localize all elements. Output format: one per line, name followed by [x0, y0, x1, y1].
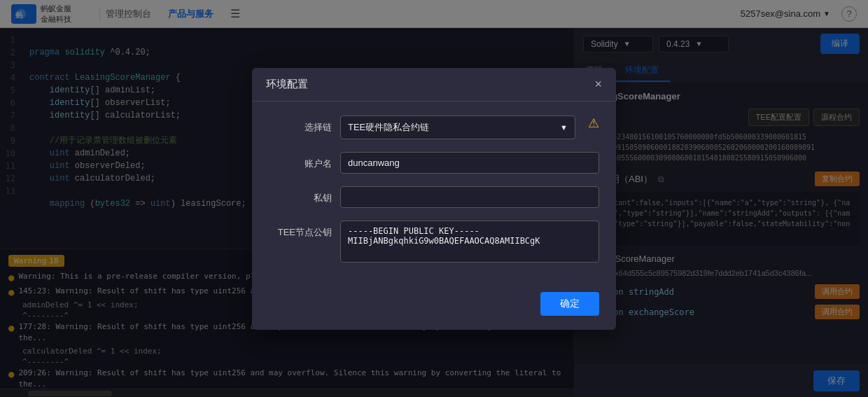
form-row-chain: 选择链 TEE硬件隐私合约链 ▼ ⚠ [269, 116, 599, 139]
form-control-account [340, 152, 599, 174]
modal-header: 环境配置 × [252, 68, 616, 102]
form-row-privkey: 私钥 [269, 186, 599, 208]
chain-select-value: TEE硬件隐私合约链 [348, 121, 429, 134]
form-row-tee: TEE节点公钥 -----BEGIN PUBLIC KEY----- MIIBj… [269, 221, 599, 265]
form-control-tee: -----BEGIN PUBLIC KEY----- MIIBjANBgkqhk… [340, 221, 599, 265]
modal-footer: 确定 [252, 292, 616, 330]
form-label-chain: 选择链 [269, 116, 332, 134]
form-control-privkey [340, 186, 599, 208]
modal-close-button[interactable]: × [594, 78, 602, 90]
modal-title: 环境配置 [266, 78, 308, 91]
chain-select-arrow: ▼ [560, 123, 568, 132]
env-config-modal: 环境配置 × 选择链 TEE硬件隐私合约链 ▼ ⚠ 账户名 [252, 68, 616, 330]
form-label-privkey: 私钥 [269, 186, 332, 204]
form-label-tee: TEE节点公钥 [269, 221, 332, 239]
privkey-input[interactable] [340, 186, 599, 208]
confirm-button[interactable]: 确定 [540, 292, 599, 316]
form-row-account: 账户名 [269, 152, 599, 174]
modal-overlay: 环境配置 × 选择链 TEE硬件隐私合约链 ▼ ⚠ 账户名 [0, 0, 868, 397]
form-control-chain: TEE硬件隐私合约链 ▼ [340, 116, 575, 139]
account-input[interactable] [340, 152, 599, 174]
tee-pubkey-input[interactable]: -----BEGIN PUBLIC KEY----- MIIBjANBgkqhk… [340, 221, 599, 263]
modal-body: 选择链 TEE硬件隐私合约链 ▼ ⚠ 账户名 私钥 [252, 102, 616, 292]
form-label-account: 账户名 [269, 152, 332, 170]
chain-select[interactable]: TEE硬件隐私合约链 ▼ [340, 116, 575, 139]
chain-warning-icon: ⚠ [588, 116, 599, 131]
